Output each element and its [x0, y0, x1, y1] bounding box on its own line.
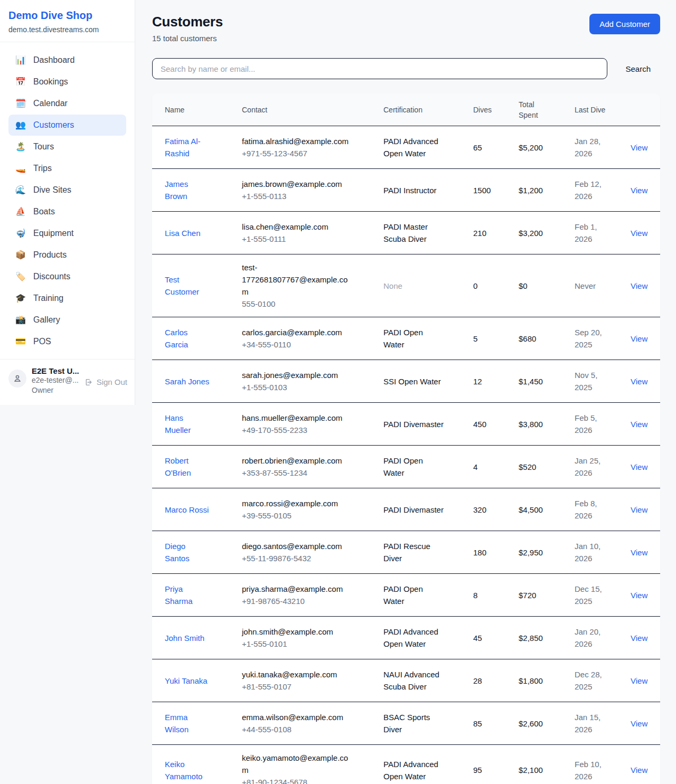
customer-name-link[interactable]: Marco Rossi: [165, 505, 209, 514]
graduation-cap-icon: 🎓: [15, 294, 26, 303]
sidebar-item-trips[interactable]: 🚤Trips: [8, 158, 126, 179]
view-link[interactable]: View: [631, 229, 647, 238]
sidebar-item-calendar[interactable]: 🗓️Calendar: [8, 93, 126, 114]
view-link[interactable]: View: [631, 548, 647, 557]
certification-value: PADI Advanced Open Water: [383, 626, 446, 650]
customer-name-link[interactable]: John Smith: [165, 634, 204, 643]
customer-name-link[interactable]: Fatima Al-Rashid: [165, 137, 201, 158]
certification-cell: PADI Open Water: [371, 583, 461, 607]
sidebar-item-equipment[interactable]: 🤿Equipment: [8, 223, 126, 244]
dives-cell: 320: [461, 504, 506, 516]
customer-count: 15 total customers: [152, 34, 223, 43]
view-link[interactable]: View: [631, 420, 647, 429]
island-icon: 🏝️: [15, 143, 26, 151]
customer-name-link[interactable]: Sarah Jones: [165, 377, 209, 386]
view-link[interactable]: View: [631, 143, 647, 152]
action-cell: View: [618, 141, 660, 154]
view-link[interactable]: View: [631, 676, 647, 685]
add-customer-button[interactable]: Add Customer: [589, 14, 660, 34]
view-link[interactable]: View: [631, 334, 647, 343]
customer-name-link[interactable]: Emma Wilson: [165, 713, 189, 734]
bar-chart-icon: 📊: [15, 56, 26, 64]
contact-cell: priya.sharma@example.com+91-98765-43210: [229, 583, 371, 607]
action-cell: View: [618, 764, 660, 776]
customer-name-link[interactable]: Priya Sharma: [165, 584, 193, 606]
customer-name-link[interactable]: Diego Santos: [165, 542, 190, 563]
customer-phone: +55-11-99876-5432: [242, 552, 353, 564]
view-link[interactable]: View: [631, 591, 647, 600]
dives-cell: 45: [461, 632, 506, 644]
dives-cell: 5: [461, 333, 506, 345]
action-cell: View: [618, 589, 660, 601]
sidebar-item-tours[interactable]: 🏝️Tours: [8, 136, 126, 157]
customer-phone: +353-87-555-1234: [242, 467, 353, 479]
view-link[interactable]: View: [631, 719, 647, 728]
label-tag-icon: 🏷️: [15, 272, 26, 281]
sidebar-item-products[interactable]: 📦Products: [8, 244, 126, 266]
view-link[interactable]: View: [631, 505, 647, 514]
certification-cell: SSI Open Water: [371, 375, 461, 388]
customer-name-link[interactable]: Robert O'Brien: [165, 456, 191, 477]
customer-phone: +1-555-0113: [242, 190, 353, 202]
sign-out-button[interactable]: Sign Out: [84, 377, 127, 386]
customer-name-cell: Hans Mueller: [152, 412, 229, 436]
search-button[interactable]: Search: [616, 60, 660, 78]
sidebar-item-customers[interactable]: 👥Customers: [8, 115, 126, 136]
sidebar-item-boats[interactable]: ⛵Boats: [8, 201, 126, 222]
customer-phone: +81-555-0107: [242, 681, 353, 693]
sidebar-item-discounts[interactable]: 🏷️Discounts: [8, 266, 126, 287]
customer-name-link[interactable]: James Brown: [165, 180, 188, 201]
total-spent-cell: $1,450: [506, 375, 562, 388]
contact-cell: test-1772681807767@example.com555-0100: [229, 261, 371, 310]
customer-email: sarah.jones@example.com: [242, 369, 353, 381]
view-link[interactable]: View: [631, 186, 647, 195]
table-row: John Smithjohn.smith@example.com+1-555-0…: [152, 617, 660, 659]
view-link[interactable]: View: [631, 766, 647, 774]
customer-phone: +39-555-0105: [242, 509, 353, 522]
sidebar-item-bookings[interactable]: 📅Bookings: [8, 71, 126, 92]
customer-name-link[interactable]: Hans Mueller: [165, 413, 191, 434]
user-name: E2E Test U...: [32, 366, 79, 375]
view-link[interactable]: View: [631, 462, 647, 471]
total-spent-cell: $720: [506, 589, 562, 601]
customer-phone: +34-555-0110: [242, 338, 353, 351]
table-row: Hans Muellerhans.mueller@example.com+49-…: [152, 403, 660, 446]
total-spent-cell: $2,950: [506, 546, 562, 559]
sidebar-item-label: Products: [33, 250, 67, 260]
customer-name-link[interactable]: Yuki Tanaka: [165, 676, 208, 685]
search-input[interactable]: [152, 58, 607, 79]
customer-phone: +1-555-0111: [242, 233, 353, 245]
action-cell: View: [618, 504, 660, 516]
search-row: Search: [152, 58, 660, 79]
action-cell: View: [618, 717, 660, 730]
table-row: Emma Wilsonemma.wilson@example.com+44-55…: [152, 702, 660, 745]
customer-phone: +1-555-0101: [242, 638, 353, 650]
customer-email: carlos.garcia@example.com: [242, 326, 353, 338]
sidebar-item-training[interactable]: 🎓Training: [8, 288, 126, 309]
sidebar-item-pos[interactable]: 💳POS: [8, 331, 126, 352]
certification-cell: PADI Rescue Diver: [371, 540, 461, 564]
view-link[interactable]: View: [631, 377, 647, 386]
customer-name-link[interactable]: Lisa Chen: [165, 229, 201, 238]
column-header-certification: Certification: [371, 105, 461, 115]
view-link[interactable]: View: [631, 281, 647, 290]
customer-phone: +971-55-123-4567: [242, 147, 353, 159]
total-spent-cell: $1,200: [506, 184, 562, 196]
view-link[interactable]: View: [631, 634, 647, 643]
sidebar-item-gallery[interactable]: 📸Gallery: [8, 309, 126, 330]
sidebar-item-label: Dive Sites: [33, 185, 71, 195]
total-spent-cell: $0: [506, 280, 562, 292]
sidebar-item-dive-sites[interactable]: 🌊Dive Sites: [8, 180, 126, 201]
customer-name-link[interactable]: Carlos Garcia: [165, 328, 188, 349]
dives-cell: 12: [461, 375, 506, 388]
certification-cell: PADI Master Scuba Diver: [371, 221, 461, 245]
speedboat-icon: 🚤: [15, 164, 26, 173]
total-spent-cell: $2,100: [506, 764, 562, 776]
table-body: Fatima Al-Rashidfatima.alrashid@example.…: [152, 126, 660, 784]
user-info: E2E Test U... e2e-tester@... Owner: [32, 366, 79, 395]
customer-name-link[interactable]: Test Customer: [165, 275, 199, 296]
sidebar-item-dashboard[interactable]: 📊Dashboard: [8, 50, 126, 71]
contact-cell: hans.mueller@example.com+49-170-555-2233: [229, 412, 371, 436]
table-row: Test Customertest-1772681807767@example.…: [152, 254, 660, 317]
customer-name-link[interactable]: Keiko Yamamoto: [165, 760, 202, 781]
